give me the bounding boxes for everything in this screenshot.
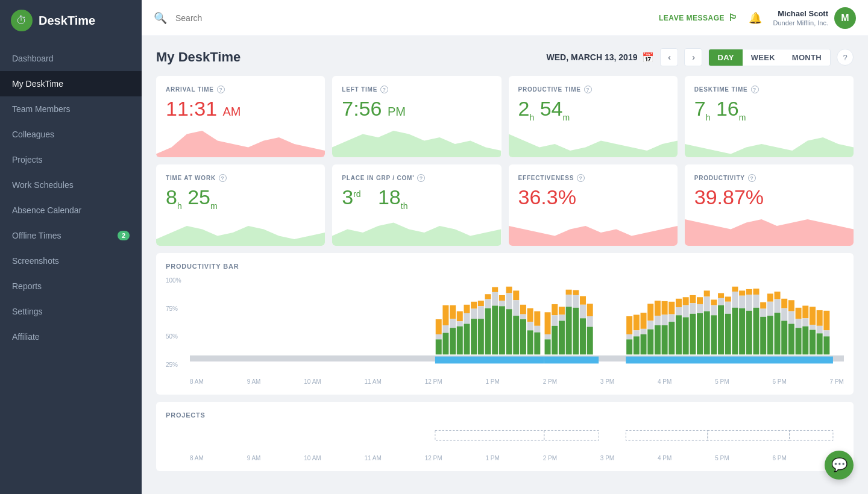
- sidebar-item-label: Absence Calendar: [12, 205, 81, 215]
- svg-rect-161: [823, 311, 829, 331]
- search-icon: 🔍: [154, 11, 167, 25]
- notifications-icon[interactable]: 🔔: [749, 11, 762, 25]
- sidebar-item-label: Reports: [12, 281, 42, 291]
- svg-rect-129: [746, 295, 752, 311]
- svg-rect-26: [471, 319, 477, 354]
- svg-rect-62: [559, 314, 565, 320]
- svg-rect-137: [767, 293, 773, 301]
- svg-rect-135: [760, 308, 766, 316]
- svg-rect-134: [760, 302, 766, 309]
- day-view-button[interactable]: DAY: [709, 49, 742, 66]
- info-icon-arrival-time[interactable]: ?: [217, 86, 225, 93]
- info-icon-productive-time[interactable]: ?: [584, 86, 592, 93]
- stat-chart-productive-time: [509, 124, 678, 157]
- chat-button[interactable]: 💬: [825, 451, 854, 480]
- sidebar-item-screenshots[interactable]: Screenshots: [0, 248, 142, 274]
- sidebar-item-label: Settings: [12, 307, 43, 316]
- svg-rect-20: [457, 327, 463, 355]
- info-icon-desktime-time[interactable]: ?: [751, 86, 759, 93]
- search-input[interactable]: [175, 13, 650, 23]
- stat-label-left-time: LEFT TIME ?: [342, 86, 491, 93]
- user-company: Dunder Mifflin, Inc.: [773, 19, 828, 27]
- svg-rect-99: [676, 307, 682, 315]
- sidebar-item-absence-calendar[interactable]: Absence Calendar: [0, 198, 142, 223]
- info-icon-productivity[interactable]: ?: [748, 174, 756, 182]
- sidebar-item-offline-times[interactable]: Offline Times2: [0, 223, 142, 248]
- sidebar-item-team-members[interactable]: Team Members: [0, 96, 142, 122]
- sidebar-item-affiliate[interactable]: Affiliate: [0, 324, 142, 349]
- sidebar-item-work-schedules[interactable]: Work Schedules: [0, 172, 142, 198]
- calendar-icon[interactable]: 📅: [642, 52, 654, 63]
- sidebar-item-projects[interactable]: Projects: [0, 147, 142, 172]
- svg-rect-41: [506, 309, 512, 354]
- leave-message-button[interactable]: LEAVE MESSAGE 🏳: [659, 13, 738, 23]
- info-icon-time-at-work[interactable]: ?: [219, 174, 227, 182]
- sidebar-item-colleagues[interactable]: Colleagues: [0, 122, 142, 147]
- stat-card-place-in-grp: PLACE IN GRP / COM' ? 3rd 18th: [332, 164, 501, 246]
- stats-row-1: ARRIVAL TIME ? 11:31 AM LEFT TIME ? 7:56…: [156, 76, 854, 157]
- svg-rect-123: [732, 292, 738, 309]
- svg-rect-32: [485, 308, 491, 355]
- svg-rect-10: [436, 334, 442, 339]
- week-view-button[interactable]: WEEK: [743, 49, 784, 66]
- svg-rect-22: [464, 313, 470, 324]
- sidebar-item-label: Work Schedules: [12, 180, 74, 190]
- help-button[interactable]: ?: [837, 49, 854, 66]
- sidebar-item-dashboard[interactable]: Dashboard: [0, 46, 142, 71]
- sidebar-item-reports[interactable]: Reports: [0, 274, 142, 299]
- svg-rect-63: [559, 320, 565, 354]
- svg-rect-133: [753, 308, 759, 355]
- svg-rect-87: [647, 320, 653, 329]
- sidebar-item-settings[interactable]: Settings: [0, 299, 142, 324]
- month-view-button[interactable]: MONTH: [784, 49, 830, 66]
- svg-rect-85: [641, 334, 647, 354]
- stat-label-arrival-time: ARRIVAL TIME ?: [166, 86, 315, 93]
- svg-rect-113: [711, 299, 717, 305]
- svg-marker-3: [685, 137, 854, 157]
- logo-text: DeskTime: [39, 14, 95, 28]
- info-icon-place-in-grp[interactable]: ?: [417, 174, 425, 182]
- svg-rect-53: [534, 333, 540, 355]
- projects-svg: [190, 426, 844, 450]
- svg-rect-92: [662, 301, 668, 315]
- info-icon-effectiveness[interactable]: ?: [577, 174, 585, 182]
- svg-rect-114: [711, 305, 717, 316]
- svg-rect-16: [450, 319, 456, 328]
- svg-rect-168: [708, 430, 790, 440]
- next-day-button[interactable]: ›: [684, 48, 702, 66]
- avatar[interactable]: M: [834, 7, 856, 29]
- svg-rect-167: [626, 430, 708, 440]
- svg-rect-162: [823, 330, 829, 336]
- svg-rect-50: [527, 330, 533, 354]
- svg-rect-65: [566, 295, 572, 307]
- svg-rect-29: [478, 319, 484, 354]
- prev-day-button[interactable]: ‹: [660, 48, 678, 66]
- svg-rect-64: [566, 290, 572, 295]
- productivity-bar-chart: 100% 75% 50% 25% 8 AM 9 AM 10 AM 11 AM 1…: [166, 277, 844, 385]
- svg-rect-14: [442, 333, 448, 355]
- info-icon-left-time[interactable]: ?: [380, 86, 388, 93]
- stat-card-productivity: PRODUCTIVITY ? 39.87%: [685, 164, 854, 246]
- header: 🔍 LEAVE MESSAGE 🏳 🔔 Michael Scott Dunder…: [142, 0, 868, 36]
- svg-rect-96: [668, 314, 675, 322]
- stat-card-arrival-time: ARRIVAL TIME ? 11:31 AM: [156, 76, 325, 157]
- svg-rect-71: [580, 305, 586, 319]
- svg-rect-45: [520, 305, 526, 314]
- productivity-bar-section: PRODUCTIVITY BAR 100% 75% 50% 25% 8 AM 9…: [156, 253, 854, 395]
- projects-title: PROJECTS: [166, 411, 844, 419]
- svg-rect-44: [513, 316, 519, 354]
- sidebar-item-my-desktime[interactable]: My DeskTime: [0, 71, 142, 96]
- svg-rect-37: [499, 301, 505, 306]
- svg-rect-24: [471, 302, 477, 309]
- svg-rect-11: [436, 339, 442, 354]
- svg-rect-25: [471, 308, 477, 319]
- svg-rect-124: [732, 308, 738, 355]
- svg-rect-125: [739, 290, 745, 295]
- svg-rect-9: [436, 319, 442, 334]
- svg-rect-39: [506, 287, 512, 293]
- stat-label-productivity: PRODUCTIVITY ?: [694, 174, 844, 182]
- sidebar-item-label: Screenshots: [12, 256, 59, 266]
- svg-rect-155: [810, 307, 816, 325]
- svg-rect-108: [697, 304, 703, 313]
- svg-rect-47: [520, 319, 526, 354]
